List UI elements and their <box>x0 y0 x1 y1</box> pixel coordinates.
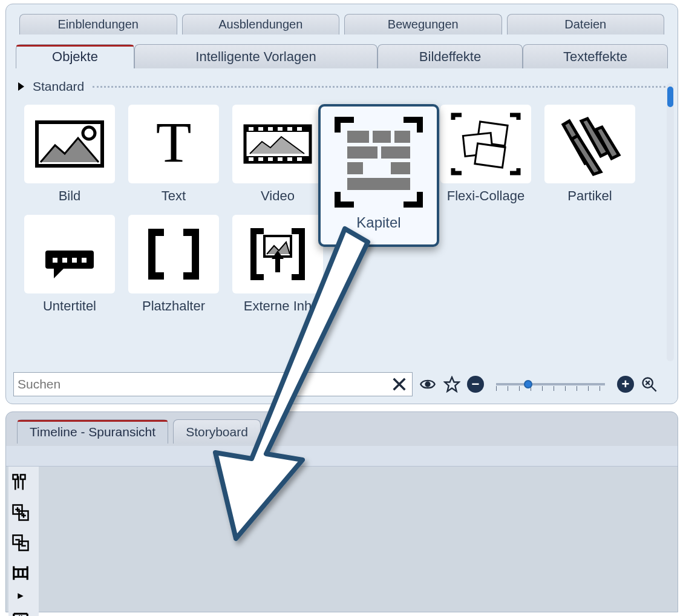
svg-rect-9 <box>278 127 283 131</box>
svg-rect-38 <box>21 475 25 480</box>
object-platzhalter[interactable]: Platzhalter <box>122 215 225 314</box>
svg-marker-35 <box>445 377 459 391</box>
slider-track <box>496 383 605 385</box>
vertical-scrollbar[interactable] <box>667 83 674 361</box>
tab-label: Bildeffekte <box>419 49 481 65</box>
slider-knob[interactable] <box>524 380 532 388</box>
tab-label: Intelligente Vorlagen <box>195 49 316 65</box>
svg-marker-30 <box>54 269 64 278</box>
object-label: Untertitel <box>43 298 96 314</box>
svg-rect-28 <box>72 258 77 263</box>
timeline-canvas[interactable] <box>41 467 674 608</box>
timeline-ruler[interactable] <box>6 446 678 467</box>
tab-intelligente-vorlagen[interactable]: Intelligente Vorlagen <box>134 44 377 68</box>
svg-rect-20 <box>475 143 505 168</box>
tab-bildeffekte[interactable]: Bildeffekte <box>377 44 523 68</box>
svg-rect-26 <box>53 258 57 263</box>
zoom-in-button[interactable]: + <box>617 376 634 393</box>
toolbox-panel: Einblendungen Ausblendungen Bewegungen D… <box>5 4 678 404</box>
svg-rect-27 <box>62 258 67 263</box>
svg-rect-17 <box>297 157 302 161</box>
timeline-tabs: Timeline - Spuransicht Storyboard <box>6 412 678 444</box>
tab-ausblendungen[interactable]: Ausblendungen <box>182 14 340 34</box>
svg-rect-12 <box>249 157 253 161</box>
zoom-reset-icon[interactable] <box>640 375 658 393</box>
split-tracks-icon[interactable] <box>8 470 33 494</box>
tab-timeline[interactable]: Timeline - Spuransicht <box>17 419 168 444</box>
search-input[interactable] <box>18 377 390 392</box>
search-box[interactable] <box>13 372 413 396</box>
svg-point-34 <box>426 382 430 387</box>
svg-rect-11 <box>297 127 302 131</box>
object-label: Bild <box>59 188 81 204</box>
svg-rect-10 <box>287 127 292 131</box>
zoom-slider[interactable] <box>490 375 611 393</box>
svg-rect-16 <box>287 157 292 161</box>
tab-dateien[interactable]: Dateien <box>507 14 665 34</box>
tabs-row-categories: Einblendungen Ausblendungen Bewegungen D… <box>6 4 678 34</box>
svg-rect-29 <box>82 258 87 263</box>
object-label: Externe Inh <box>244 298 312 314</box>
object-flexi-collage[interactable]: Flexi-Collage <box>434 105 537 204</box>
clear-search-icon[interactable] <box>390 375 408 393</box>
tab-label: Ausblendungen <box>218 18 302 31</box>
preview-eye-icon[interactable] <box>419 375 437 393</box>
external-content-icon <box>232 215 323 293</box>
tab-label: Bewegungen <box>388 18 459 31</box>
tab-texteffekte[interactable]: Texteffekte <box>523 44 668 68</box>
subtitle-icon <box>24 215 115 293</box>
tabs-row-sub: Objekte Intelligente Vorlagen Bildeffekt… <box>6 37 678 68</box>
tab-einblendungen[interactable]: Einblendungen <box>19 14 177 34</box>
svg-text:T: T <box>156 111 192 175</box>
favorite-star-icon[interactable] <box>443 375 461 393</box>
expand-toggle-icon[interactable] <box>8 591 33 601</box>
object-label: Video <box>261 188 295 204</box>
svg-rect-15 <box>278 157 283 161</box>
text-icon: T <box>128 105 219 183</box>
timeline-body <box>6 446 678 612</box>
toolbox-footer: − + <box>13 372 670 396</box>
placeholder-icon <box>128 215 219 293</box>
add-track-icon[interactable] <box>8 500 33 525</box>
svg-rect-14 <box>268 157 273 161</box>
svg-rect-7 <box>258 127 263 131</box>
tab-label: Dateien <box>564 18 606 31</box>
tab-label: Einblendungen <box>58 18 139 31</box>
object-label: Text <box>162 188 186 204</box>
objects-content: Standard Bild T Text <box>6 68 678 353</box>
svg-marker-43 <box>18 593 23 598</box>
svg-rect-32 <box>275 259 280 272</box>
image-icon <box>24 105 115 183</box>
object-partikel[interactable]: Partikel <box>538 105 641 204</box>
svg-rect-6 <box>249 127 253 131</box>
object-text[interactable]: T Text <box>122 105 225 204</box>
object-label: Partikel <box>567 188 612 204</box>
scrollbar-thumb[interactable] <box>667 87 673 107</box>
section-header[interactable]: Standard <box>18 79 665 94</box>
tab-storyboard[interactable]: Storyboard <box>173 419 261 444</box>
zoom-out-button[interactable]: − <box>467 376 484 393</box>
object-label: Platzhalter <box>142 298 205 314</box>
slider-ticks <box>496 386 605 391</box>
object-video[interactable]: Video <box>226 105 329 204</box>
particle-icon <box>544 105 635 183</box>
remove-track-icon[interactable] <box>8 531 33 555</box>
tab-label: Texteffekte <box>563 49 627 65</box>
tab-label: Storyboard <box>186 425 248 439</box>
timeline-toolbar <box>8 467 39 616</box>
object-externe-inhalte[interactable]: Externe Inh <box>226 215 329 314</box>
fit-timeline-icon[interactable] <box>8 561 33 585</box>
fit-width-icon[interactable] <box>8 607 33 616</box>
timeline-panel: Timeline - Spuransicht Storyboard <box>5 411 678 612</box>
flexi-collage-icon <box>440 105 531 183</box>
tab-bewegungen[interactable]: Bewegungen <box>344 14 502 34</box>
video-icon <box>232 105 323 183</box>
svg-rect-13 <box>258 157 263 161</box>
tab-label: Timeline - Spuransicht <box>30 425 155 439</box>
svg-point-1 <box>83 127 95 139</box>
section-title: Standard <box>33 79 84 94</box>
objects-grid: Bild T Text Video <box>18 105 665 314</box>
tab-objekte[interactable]: Objekte <box>16 44 134 68</box>
object-untertitel[interactable]: Untertitel <box>18 215 121 314</box>
object-bild[interactable]: Bild <box>18 105 121 204</box>
